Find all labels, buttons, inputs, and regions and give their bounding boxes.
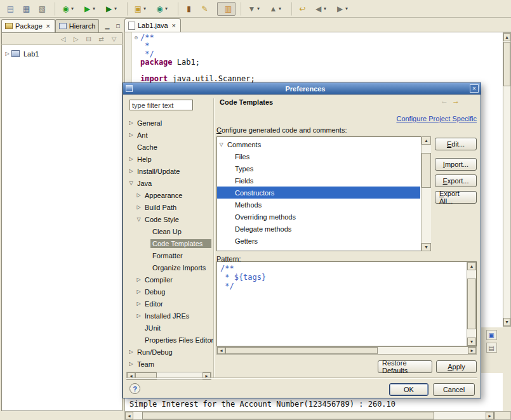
- debug-button[interactable]: ◉ ▾: [55, 2, 79, 16]
- close-dialog-icon[interactable]: [470, 84, 479, 93]
- export-all-button[interactable]: Export All...: [435, 191, 477, 204]
- ok-button[interactable]: OK: [389, 383, 428, 396]
- last-edit-location-button[interactable]: ↩: [291, 2, 310, 16]
- configure-project-specific-link[interactable]: Configure Project Specific: [372, 115, 477, 122]
- next-annotation-button[interactable]: ▼ ▾: [241, 2, 265, 16]
- template-tree-item[interactable]: Fields: [217, 174, 420, 187]
- fold-marker-icon[interactable]: ⊖: [132, 34, 140, 42]
- template-tree-item[interactable]: Setters: [217, 247, 420, 251]
- template-tree-item[interactable]: Types: [217, 162, 420, 174]
- apply-button[interactable]: Apply: [436, 360, 477, 373]
- template-tree-item[interactable]: Constructors: [217, 187, 420, 199]
- scroll-track[interactable]: [467, 270, 476, 338]
- open-type-button[interactable]: ▮: [178, 2, 196, 16]
- scroll-thumb[interactable]: [503, 42, 510, 86]
- back-button[interactable]: ◁: [58, 34, 68, 44]
- template-tree-item[interactable]: Comments: [217, 138, 420, 150]
- save-button[interactable]: ▦: [19, 2, 34, 16]
- help-button[interactable]: ?: [129, 383, 140, 394]
- minimize-view-icon[interactable]: [103, 22, 112, 30]
- print-button[interactable]: ▧: [35, 2, 50, 16]
- close-icon[interactable]: [171, 22, 177, 29]
- fold-marker-icon[interactable]: [132, 42, 140, 50]
- nav-tree-item[interactable]: Organize Imports: [127, 261, 211, 273]
- nav-tree-item[interactable]: Java: [127, 177, 211, 189]
- edit-button[interactable]: Edit...: [435, 138, 477, 150]
- restore-defaults-button[interactable]: Restore Defaults: [378, 360, 432, 373]
- forward-button[interactable]: ▷: [71, 34, 81, 44]
- cancel-button[interactable]: Cancel: [433, 383, 475, 396]
- previous-annotation-button[interactable]: ▲ ▾: [266, 2, 286, 16]
- external-tools-button[interactable]: ▶ ▾: [102, 2, 122, 16]
- back-button[interactable]: ◀ ▾: [311, 2, 331, 16]
- scroll-track[interactable]: [133, 412, 486, 419]
- nav-tree-item[interactable]: Editor: [127, 298, 211, 310]
- nav-tree-item[interactable]: Ant: [127, 129, 211, 141]
- close-icon[interactable]: [45, 22, 51, 30]
- scroll-up-icon[interactable]: [421, 136, 431, 145]
- scroll-track[interactable]: [421, 145, 431, 243]
- nav-tree-item[interactable]: Team: [127, 358, 211, 370]
- scroll-thumb[interactable]: [421, 153, 431, 188]
- nav-tree-item[interactable]: Properties Files Editor: [127, 334, 211, 346]
- templates-vertical-scrollbar[interactable]: [421, 136, 431, 251]
- forward-button[interactable]: ▶ ▾: [333, 2, 353, 16]
- nav-tree-item[interactable]: Compiler: [127, 273, 211, 285]
- nav-tree-item[interactable]: Run/Debug: [127, 346, 211, 358]
- run-button[interactable]: ▶ ▾: [80, 2, 100, 16]
- export-button[interactable]: Export...: [435, 174, 477, 187]
- scroll-right-icon[interactable]: [468, 347, 476, 354]
- new-java-project-button[interactable]: ▣ ▾: [127, 2, 151, 16]
- nav-horizontal-scrollbar[interactable]: [126, 372, 211, 380]
- scroll-track[interactable]: [503, 41, 510, 318]
- scroll-up-icon[interactable]: [503, 33, 510, 41]
- nav-tree-item[interactable]: Code Style: [127, 213, 211, 225]
- maximize-view-icon[interactable]: [114, 22, 123, 30]
- fold-marker-icon[interactable]: [132, 67, 140, 75]
- new-class-button[interactable]: ◉ ▾: [152, 2, 173, 16]
- nav-tree-item[interactable]: Installed JREs: [127, 310, 211, 322]
- template-tree-item[interactable]: Overriding methods: [217, 211, 420, 223]
- pattern-horizontal-scrollbar[interactable]: [216, 346, 477, 355]
- editor-vertical-scrollbar[interactable]: [503, 32, 511, 327]
- tab-package-explorer[interactable]: Package: [1, 19, 55, 32]
- import-button[interactable]: Import...: [435, 158, 477, 171]
- template-tree-item[interactable]: Methods: [217, 199, 420, 211]
- scroll-up-icon[interactable]: [467, 262, 476, 270]
- pin-console-button[interactable]: ▣: [486, 330, 497, 340]
- scroll-right-icon[interactable]: [486, 412, 494, 419]
- dialog-title-bar[interactable]: Preferences: [123, 83, 481, 95]
- pattern-vertical-scrollbar[interactable]: [467, 262, 476, 346]
- view-menu-button[interactable]: ▽: [109, 34, 119, 44]
- search-button[interactable]: ✎: [197, 2, 212, 16]
- dialog-sash[interactable]: [213, 98, 215, 377]
- nav-tree-item[interactable]: Install/Update: [127, 165, 211, 177]
- page-forward-icon[interactable]: [452, 96, 460, 105]
- nav-tree-item[interactable]: Clean Up: [127, 225, 211, 237]
- page-back-icon[interactable]: [441, 96, 448, 105]
- fold-marker-icon[interactable]: [132, 58, 140, 67]
- scroll-track[interactable]: [225, 347, 468, 354]
- project-tree-item[interactable]: Lab1: [3, 48, 121, 60]
- pattern-editor[interactable]: /** * ${tags} */: [216, 261, 477, 346]
- template-tree-item[interactable]: Delegate methods: [217, 223, 420, 235]
- collapse-all-button[interactable]: ⊟: [84, 34, 93, 44]
- link-with-editor-button[interactable]: ⇄: [96, 34, 106, 44]
- tab-lab1-java[interactable]: Lab1.java: [124, 18, 181, 32]
- scroll-thumb[interactable]: [467, 279, 476, 329]
- code-editor[interactable]: ⊖ /** * */ packag: [132, 34, 494, 83]
- tab-type-hierarchy[interactable]: Hierarch: [55, 19, 100, 32]
- console-horizontal-scrollbar[interactable]: [124, 411, 494, 420]
- new-wizard-button[interactable]: ▤: [3, 2, 18, 16]
- scroll-thumb[interactable]: [142, 412, 434, 419]
- template-tree-item[interactable]: Getters: [217, 235, 420, 247]
- clear-console-button[interactable]: ▤: [486, 343, 497, 353]
- scroll-thumb[interactable]: [225, 347, 378, 354]
- template-tree-item[interactable]: Files: [217, 150, 420, 162]
- scroll-left-icon[interactable]: [217, 347, 225, 354]
- nav-tree-item[interactable]: Appearance: [127, 189, 211, 201]
- scroll-down-icon[interactable]: [467, 338, 476, 346]
- nav-tree-item[interactable]: General: [127, 117, 211, 129]
- fold-marker-icon[interactable]: [132, 50, 140, 58]
- nav-tree-item[interactable]: Formatter: [127, 249, 211, 261]
